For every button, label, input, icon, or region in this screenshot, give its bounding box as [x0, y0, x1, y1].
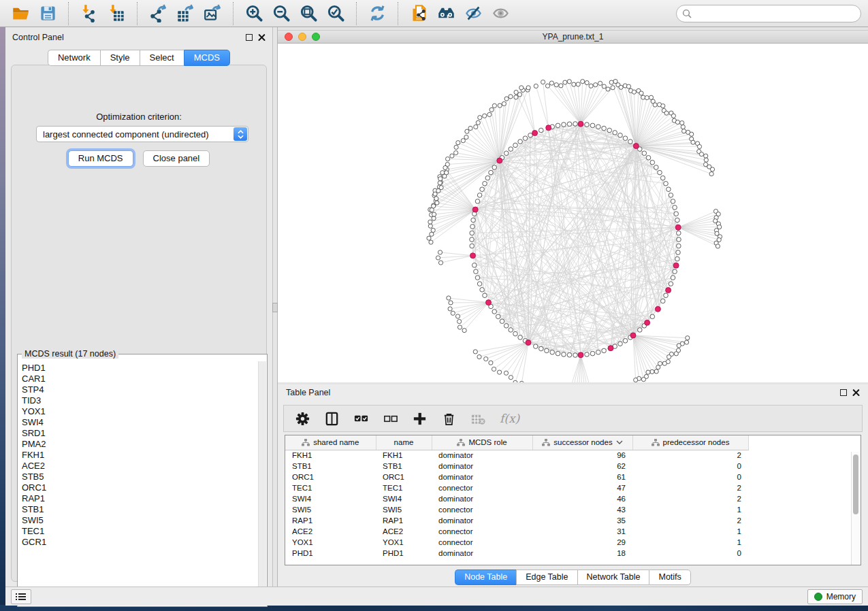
select-all-rows-icon[interactable] — [353, 411, 369, 427]
tab-network[interactable]: Network — [48, 50, 100, 66]
mcds-result-item[interactable]: STB1 — [22, 504, 257, 515]
mcds-result-item[interactable]: SWI4 — [22, 417, 257, 428]
table-row[interactable]: TEC1TEC1connector 472 — [285, 482, 748, 493]
zoom-fit-icon[interactable] — [295, 2, 322, 25]
mcds-hub-node — [526, 340, 531, 346]
refresh-icon[interactable] — [364, 2, 391, 25]
float-table-panel-icon[interactable] — [840, 389, 847, 396]
search-input[interactable] — [676, 5, 861, 22]
mcds-result-item[interactable]: YOX1 — [22, 406, 257, 417]
panel-splitter[interactable] — [272, 27, 278, 587]
tab-motifs[interactable]: Motifs — [649, 569, 690, 585]
mcds-result-item[interactable]: PMA2 — [22, 439, 257, 450]
show-all-icon[interactable] — [487, 2, 514, 25]
clone-network-icon[interactable] — [405, 2, 432, 25]
mcds-result-list[interactable]: PHD1CAR1STP4TID3YOX1SWI4SRD1PMA2FKH1ACE2… — [18, 361, 257, 606]
mcds-result-item[interactable]: PHD1 — [22, 363, 257, 374]
mcds-hub-node — [497, 158, 502, 163]
mcds-result-item[interactable]: STB5 — [22, 472, 257, 482]
mcds-result-item[interactable]: SRD1 — [22, 428, 257, 439]
table-scrollbar[interactable] — [851, 452, 860, 565]
mcds-result-item[interactable]: GCR1 — [22, 537, 257, 548]
network-canvas[interactable] — [278, 44, 868, 382]
network-window-titlebar[interactable]: YPA_prune.txt_1 — [278, 30, 868, 44]
table-row[interactable]: RAP1RAP1dominator 352 — [285, 515, 748, 526]
column-header-name[interactable]: name — [376, 435, 432, 450]
tab-edge-table[interactable]: Edge Table — [516, 569, 577, 585]
table-row[interactable]: ACE2ACE2connector 311 — [285, 526, 748, 537]
tab-select[interactable]: Select — [140, 50, 184, 66]
toolbar-separator — [398, 2, 398, 25]
tab-node-table[interactable]: Node Table — [455, 569, 516, 585]
import-network-icon[interactable] — [76, 2, 103, 25]
export-network-icon[interactable] — [144, 2, 172, 25]
column-header-successor-nodes[interactable]: successor nodes — [532, 435, 632, 450]
tab-style[interactable]: Style — [100, 50, 140, 66]
column-header-MCDS-role[interactable]: MCDS role — [432, 435, 532, 450]
mcds-result-item[interactable]: STP4 — [22, 384, 257, 395]
function-builder-icon: f(x) — [500, 412, 519, 425]
memory-status-icon — [814, 593, 822, 601]
zoom-out-icon[interactable] — [268, 2, 295, 25]
mcds-result-group: MCDS result (17 nodes) PHD1CAR1STP4TID3Y… — [17, 354, 268, 607]
mcds-result-item[interactable]: ACE2 — [22, 461, 257, 472]
optimization-criterion-label: Optimization criterion: — [12, 112, 266, 122]
mcds-result-item[interactable]: CAR1 — [22, 374, 257, 384]
mcds-list-scrollbar[interactable] — [258, 361, 266, 606]
mcds-result-legend: MCDS result (17 nodes) — [22, 349, 118, 359]
save-session-icon[interactable] — [34, 2, 61, 25]
mcds-hub-node — [546, 125, 551, 131]
mcds-result-item[interactable]: FKH1 — [22, 450, 257, 461]
import-table-icon[interactable] — [103, 2, 130, 25]
tab-mcds[interactable]: MCDS — [184, 50, 230, 66]
table-row[interactable]: ORC1ORC1dominator 610 — [285, 472, 748, 482]
network-view-window: YPA_prune.txt_1 — [278, 30, 868, 383]
table-row[interactable]: SWI5SWI5connector 431 — [285, 504, 748, 515]
float-panel-icon[interactable] — [246, 34, 253, 41]
table-row[interactable]: YOX1YOX1connector 291 — [285, 537, 748, 548]
table-row[interactable]: PHD1PHD1dominator 180 — [285, 548, 748, 559]
table-settings-gear-icon[interactable] — [295, 411, 310, 427]
column-header-shared-name[interactable]: shared name — [285, 435, 376, 450]
mcds-result-item[interactable]: RAP1 — [22, 493, 257, 504]
mcds-hub-node — [608, 346, 613, 351]
tab-network-table[interactable]: Network Table — [577, 569, 649, 585]
column-selector-icon[interactable] — [324, 411, 340, 427]
close-panel-icon[interactable] — [258, 34, 266, 42]
delete-table-icon — [470, 411, 486, 427]
mcds-result-item[interactable]: TEC1 — [22, 526, 257, 537]
table-toolbar: f(x) — [283, 405, 863, 432]
zoom-in-icon[interactable] — [240, 2, 268, 25]
close-panel-button[interactable]: Close panel — [143, 150, 210, 167]
desktop-wallpaper-left — [0, 27, 5, 611]
toolbar-separator — [356, 2, 357, 25]
run-mcds-button[interactable]: Run MCDS — [68, 150, 133, 167]
table-panel: Table Panel f(x) shared namenameMCDS rol… — [278, 384, 868, 587]
mcds-hub-node — [645, 320, 650, 325]
mcds-hub-node — [578, 121, 583, 127]
export-image-icon[interactable] — [199, 2, 226, 25]
mcds-tab-content: Optimization criterion: largest connecte… — [11, 65, 267, 582]
column-header-predecessor-nodes[interactable]: predecessor nodes — [632, 435, 748, 450]
add-column-icon[interactable] — [412, 411, 428, 427]
mcds-result-item[interactable]: SWI5 — [22, 515, 257, 526]
criterion-dropdown[interactable]: largest connected component (undirected) — [36, 126, 248, 142]
table-row[interactable]: SWI4SWI4dominator 462 — [285, 493, 748, 504]
splitter-grip[interactable] — [272, 303, 278, 312]
zoom-selected-icon[interactable] — [322, 2, 349, 25]
memory-button[interactable]: Memory — [807, 589, 863, 604]
mcds-result-item[interactable]: TID3 — [22, 395, 257, 406]
deselect-all-rows-icon[interactable] — [383, 411, 398, 427]
show-panels-list-icon[interactable] — [11, 589, 31, 604]
open-file-icon[interactable] — [7, 2, 34, 25]
table-row[interactable]: STB1STB1dominator 620 — [285, 461, 748, 472]
table-row[interactable]: FKH1FKH1dominator 962 — [285, 450, 748, 461]
delete-column-icon[interactable] — [441, 411, 457, 427]
export-table-icon[interactable] — [172, 2, 199, 25]
memory-label: Memory — [826, 592, 856, 601]
find-icon[interactable] — [432, 2, 460, 25]
close-table-panel-icon[interactable] — [852, 389, 860, 397]
hide-selected-icon[interactable] — [460, 2, 487, 25]
mcds-result-item[interactable]: ORC1 — [22, 482, 257, 493]
mcds-hub-node — [630, 333, 636, 338]
